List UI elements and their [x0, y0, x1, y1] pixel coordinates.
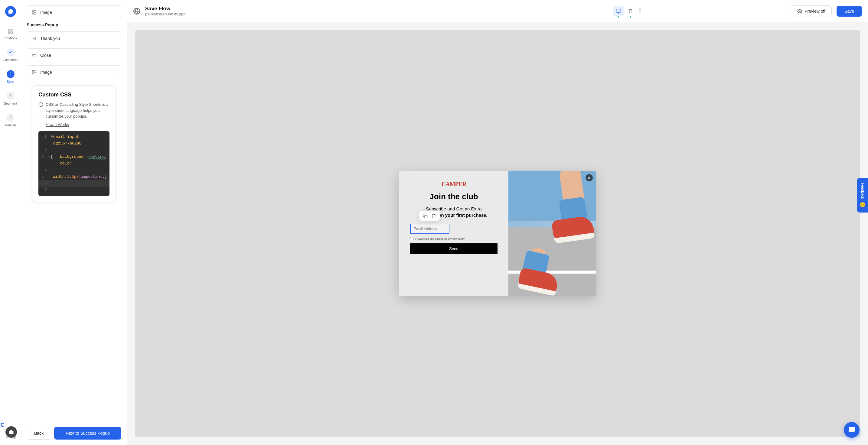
brand-logo: CAMPER — [441, 181, 466, 188]
how-it-works-link[interactable]: How It Works — [46, 122, 69, 127]
device-mobile[interactable] — [625, 6, 636, 16]
image-icon — [32, 70, 37, 75]
rail-label: Customize — [3, 58, 19, 62]
device-desktop[interactable] — [613, 6, 624, 16]
app-logo[interactable] — [5, 6, 16, 17]
svg-rect-27 — [9, 431, 13, 434]
rail-style[interactable]: 2 Style — [7, 70, 14, 84]
css-title: Custom CSS — [38, 92, 110, 98]
rail-segment[interactable]: 3 Segment — [4, 92, 17, 105]
css-description: CSS or Cascading Style Sheets is a style… — [38, 102, 110, 119]
chat-icon — [848, 426, 855, 434]
page-subtitle: ps-testceren.netlify.app — [145, 12, 609, 16]
heading-icon — [32, 36, 37, 41]
rail-publish[interactable]: 4 Publish — [5, 114, 16, 127]
svg-point-21 — [639, 10, 640, 11]
briefcase-fab[interactable] — [5, 426, 17, 438]
briefcase-icon — [8, 429, 14, 435]
section-title: Success Popup — [27, 22, 121, 27]
info-icon — [38, 102, 43, 107]
status-dot — [630, 16, 631, 18]
main-area: Save Flow ps-testceren.netlify.app — [127, 0, 868, 445]
layer-label: Thank you — [40, 36, 60, 41]
grid-icon — [7, 29, 13, 34]
rail-customize[interactable]: Customize — [3, 49, 19, 62]
preview-button[interactable]: Preview off — [791, 5, 832, 17]
svg-rect-1 — [11, 30, 12, 31]
layer-image[interactable]: Image — [27, 65, 121, 79]
layer-label: Image — [40, 70, 52, 75]
feedback-tab[interactable]: Feedback 😊 — [857, 178, 868, 213]
status-dot — [618, 16, 619, 18]
svg-rect-26 — [425, 215, 427, 218]
svg-point-20 — [639, 8, 640, 9]
email-input[interactable] — [410, 224, 450, 234]
layer-label: Close — [40, 53, 51, 58]
popup-preview: CAMPER Join the club Subscribe and Get a… — [399, 171, 596, 296]
step-number: 4 — [6, 114, 14, 122]
svg-rect-7 — [32, 55, 36, 56]
more-menu[interactable] — [638, 6, 642, 16]
consent-checkbox[interactable]: I have read and accept the privacy polic… — [410, 237, 465, 240]
step-number: 3 — [7, 92, 14, 100]
svg-point-6 — [33, 11, 34, 12]
svg-point-22 — [639, 12, 640, 13]
rail-label: Style — [7, 80, 14, 84]
mobile-icon — [628, 8, 633, 14]
nav-rail: Playbook Customize 2 Style 3 Segment 4 P… — [0, 0, 21, 445]
layer-thankyou[interactable]: Thank you — [27, 31, 121, 45]
svg-point-9 — [33, 71, 34, 72]
topbar: Save Flow ps-testceren.netlify.app — [127, 0, 868, 22]
page-title: Save Flow — [145, 6, 609, 12]
element-toolbar — [419, 211, 440, 221]
privacy-link[interactable]: privacy policy — [448, 237, 465, 240]
rail-label: Publish — [5, 123, 16, 127]
emoji-icon: 😊 — [860, 202, 866, 208]
trash-icon[interactable] — [431, 214, 436, 218]
custom-css-card: Custom CSS CSS or Cascading Style Sheets… — [32, 85, 116, 202]
svg-rect-15 — [616, 9, 621, 12]
image-icon — [32, 10, 37, 15]
rail-label: Segment — [4, 102, 17, 105]
svg-rect-2 — [8, 32, 10, 34]
progress-ring — [1, 423, 5, 427]
svg-rect-0 — [8, 30, 10, 31]
layer-image-top[interactable]: Image — [27, 5, 121, 19]
css-editor[interactable]: 1#email-input-cqz567kh0280 2 3⌄{ backgro… — [38, 131, 110, 196]
button-icon — [32, 53, 37, 58]
layer-label: Image — [40, 10, 52, 15]
popup-image — [508, 171, 596, 296]
canvas: CAMPER Join the club Subscribe and Get a… — [127, 22, 868, 445]
svg-rect-3 — [11, 32, 12, 34]
back-button[interactable]: Back — [27, 427, 51, 440]
rail-label: Playbook — [4, 36, 17, 40]
save-button[interactable]: Save — [837, 6, 862, 17]
step-done-icon — [7, 49, 14, 56]
desktop-icon — [616, 8, 621, 14]
more-vertical-icon — [639, 8, 641, 13]
consent-input[interactable] — [410, 237, 413, 240]
send-button[interactable]: Send — [410, 243, 497, 254]
side-panel: Image Success Popup Thank you Close Imag… — [21, 0, 127, 445]
eye-off-icon — [797, 9, 802, 13]
next-button[interactable]: Next to Success Popup — [54, 427, 121, 440]
layer-close[interactable]: Close — [27, 49, 121, 62]
preview-surface: CAMPER Join the club Subscribe and Get a… — [135, 30, 860, 437]
step-number: 2 — [7, 70, 14, 78]
popup-title: Join the club — [430, 192, 478, 201]
rail-playbook[interactable]: Playbook — [4, 29, 17, 40]
chat-fab[interactable] — [844, 422, 860, 438]
popup-close-button[interactable] — [586, 174, 593, 181]
copy-icon[interactable] — [423, 214, 428, 218]
close-icon — [587, 176, 591, 180]
globe-icon — [133, 7, 140, 15]
